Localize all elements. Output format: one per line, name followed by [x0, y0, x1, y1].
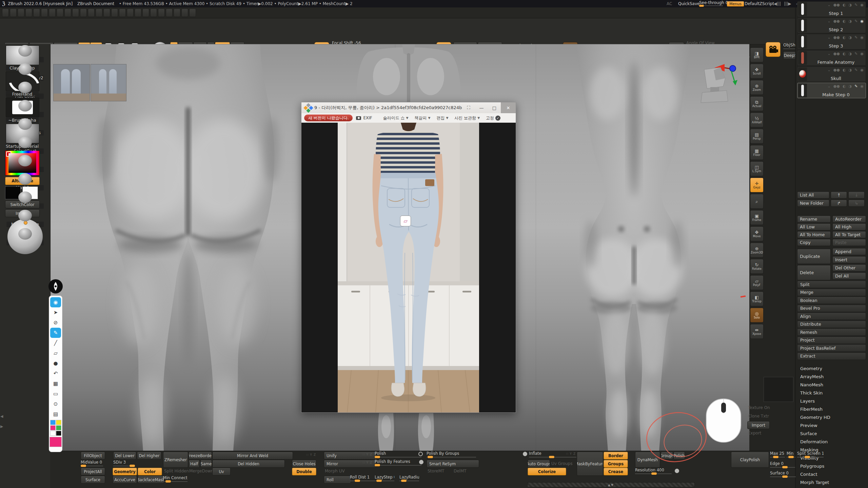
- surface-button[interactable]: Surface: [81, 476, 105, 484]
- menu-item[interactable]: [18, 8, 24, 17]
- morph-uv-button[interactable]: Morph UV: [325, 469, 345, 473]
- color-swatch[interactable]: [50, 425, 56, 430]
- paint-icon[interactable]: ✎: [854, 35, 857, 40]
- duplicate-button[interactable]: Duplicate: [797, 249, 831, 264]
- paint-icon[interactable]: ✎: [854, 52, 857, 56]
- contrast-icon[interactable]: ◑: [849, 84, 852, 88]
- section-button[interactable]: Distribute: [797, 321, 866, 328]
- annotation-tool-button[interactable]: ▦: [50, 379, 61, 389]
- menu-item[interactable]: [72, 8, 79, 17]
- palette-header[interactable]: ArrayMesh: [800, 374, 824, 379]
- color-swatch[interactable]: [56, 420, 61, 425]
- paint-icon[interactable]: ✎: [854, 3, 857, 7]
- list-all-button[interactable]: List All: [797, 191, 829, 199]
- close-holes-button[interactable]: Close Holes: [292, 460, 316, 468]
- paint-icon[interactable]: ✎: [854, 19, 857, 23]
- mid-value-slider[interactable]: MidValue 0: [81, 460, 103, 466]
- panel-button[interactable]: AutoReorder: [832, 216, 866, 223]
- menu-item[interactable]: [135, 8, 141, 17]
- shelf-button[interactable]: ◎ Solo: [750, 308, 764, 323]
- max-slider[interactable]: Max 25: [770, 451, 785, 458]
- shelf-button[interactable]: ✥ Scroll: [750, 64, 764, 79]
- annotation-tool-button[interactable]: ●: [50, 358, 61, 368]
- half-button[interactable]: Half: [189, 460, 200, 468]
- panel-button[interactable]: Rename: [797, 216, 831, 223]
- menu-item[interactable]: [166, 8, 173, 17]
- backfacemask-button[interactable]: BackfaceMask: [138, 476, 164, 484]
- paint-icon[interactable]: ✎: [854, 68, 857, 72]
- flatten-icon[interactable]: ⌄: [828, 52, 831, 56]
- freeze-border-button[interactable]: FreezeBorder: [189, 452, 212, 460]
- flatten-icon[interactable]: ⌄: [828, 3, 831, 7]
- shelf-button[interactable]: ↻ Rotate: [750, 259, 764, 274]
- annotation-tool-button[interactable]: ↶: [50, 368, 61, 379]
- new-folder-button[interactable]: New Folder: [797, 200, 829, 207]
- section-button[interactable]: Bevel Pro: [797, 305, 866, 312]
- sculpt-middle-lower[interactable]: [359, 413, 461, 451]
- xyz-axis-toggle[interactable]: ∷ Y Z: [566, 452, 576, 455]
- polish-by-groups-slider[interactable]: Polish By Groups: [427, 451, 476, 458]
- new-version-button[interactable]: 새 버전이 나왔습니다.: [304, 115, 353, 121]
- scrub-left-icon[interactable]: ◀|||: [774, 1, 781, 6]
- shelf-button[interactable]: ▣ Frame: [750, 210, 764, 225]
- menu-item[interactable]: [142, 8, 149, 17]
- subtool-row[interactable]: ⌄ ●● ◐ ◑ ✎ ◉ Skull: [797, 66, 866, 82]
- color-toggle[interactable]: Color: [138, 468, 162, 475]
- visibility-eye-icon[interactable]: ◉: [860, 19, 864, 23]
- menu-item[interactable]: [25, 8, 32, 17]
- collapse-right-icon[interactable]: ▶: [0, 424, 3, 429]
- xyz-axis-toggle[interactable]: ∷ Y Z: [307, 453, 316, 456]
- reference-thumbnail[interactable]: [53, 64, 90, 101]
- annotation-tool-button[interactable]: ⊙: [50, 399, 61, 409]
- menu-item[interactable]: [10, 8, 17, 17]
- image-viewer-window[interactable]: 9 - 다리(허벅지, 무릎, 종아리) > 2a1df554ef3f08cfd…: [301, 102, 516, 413]
- contrast-icon[interactable]: ◑: [849, 19, 852, 23]
- default-zscript-button[interactable]: DefaultZScript: [745, 1, 774, 6]
- edit-menu[interactable]: 편집▼: [436, 115, 448, 121]
- palette-header[interactable]: Polygroups: [800, 464, 824, 469]
- visibility-eye-icon[interactable]: ◉: [860, 35, 864, 40]
- shelf-button[interactable]: ⌕: [750, 194, 764, 209]
- delete-button[interactable]: Delete: [797, 265, 831, 280]
- palette-header[interactable]: Geometry HD: [800, 415, 830, 420]
- visibility-eye-icon[interactable]: ◉: [860, 68, 864, 72]
- move-up-button[interactable]: ↑: [831, 191, 847, 199]
- menu-item[interactable]: [174, 8, 180, 17]
- menu-item[interactable]: [49, 8, 56, 17]
- section-button[interactable]: Remesh: [797, 328, 866, 336]
- viewer-maximize-icon[interactable]: □: [488, 102, 501, 113]
- surface-slider[interactable]: Surface 0: [770, 471, 796, 477]
- polypaint-icon[interactable]: ●●: [833, 19, 840, 23]
- palette-header[interactable]: Surface: [800, 431, 817, 436]
- menu-item[interactable]: [80, 8, 87, 17]
- del-mt-button[interactable]: DelMT: [454, 469, 467, 473]
- palette-header[interactable]: Layers: [800, 399, 815, 404]
- shelf-button[interactable]: ⧉ Actual: [750, 96, 764, 111]
- menu-item[interactable]: [181, 8, 188, 17]
- menu-item[interactable]: [127, 8, 134, 17]
- polypaint-icon[interactable]: ●●: [833, 68, 840, 72]
- groups-toggle[interactable]: Groups: [604, 460, 628, 468]
- flatten-icon[interactable]: ⌄: [828, 84, 831, 88]
- visibility-eye-icon[interactable]: ◉: [860, 52, 864, 56]
- viewer-photo-area[interactable]: [301, 123, 516, 412]
- palette-header[interactable]: Geometry: [800, 366, 822, 371]
- menu-item[interactable]: [158, 8, 165, 17]
- annotation-tool-button[interactable]: ⊘: [50, 318, 61, 328]
- shelf-button[interactable]: ▦ Floor: [750, 145, 764, 160]
- section-button[interactable]: Merge: [797, 289, 866, 296]
- panel-button[interactable]: All High: [832, 223, 866, 230]
- inflate-toggle[interactable]: [523, 452, 527, 456]
- min-slider[interactable]: Min: [787, 451, 795, 458]
- polish-slider[interactable]: Polish: [375, 451, 421, 458]
- subtool-row[interactable]: ⌄ ●● ◐ ◑ ✎ ◉ Make Step 0: [797, 83, 866, 98]
- palette-header[interactable]: Contact: [800, 472, 817, 477]
- section-button[interactable]: Extract: [797, 352, 866, 360]
- menus-button[interactable]: Menus: [727, 1, 744, 6]
- lazy-radius-slider[interactable]: LazyRadius 1: [399, 475, 419, 481]
- menu-item[interactable]: [57, 8, 63, 17]
- annotation-tool-button[interactable]: ✎: [50, 328, 61, 338]
- project-all-button[interactable]: ProjectAll: [81, 468, 105, 475]
- palette-header[interactable]: NanoMesh: [800, 382, 823, 387]
- move-down-button[interactable]: ↓: [848, 191, 865, 199]
